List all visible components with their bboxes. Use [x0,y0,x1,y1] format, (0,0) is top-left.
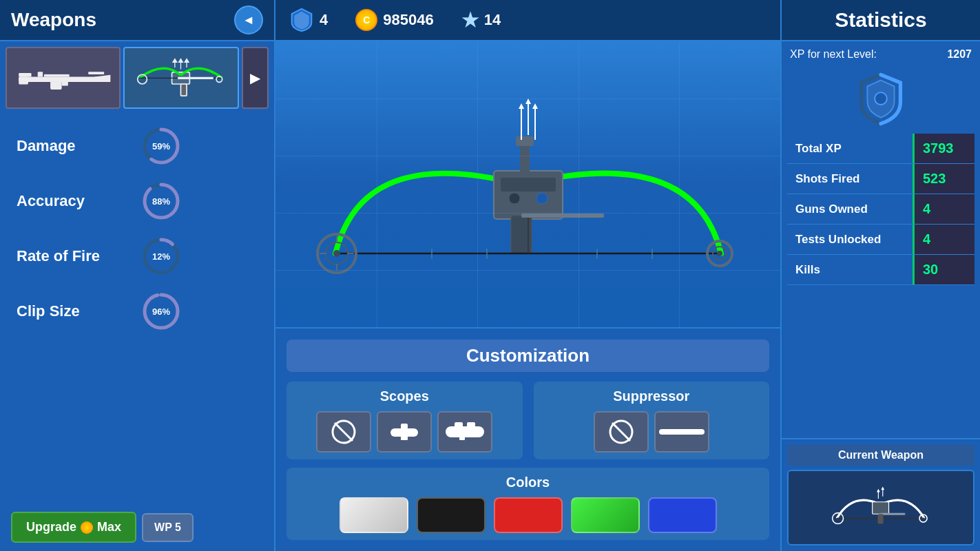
damage-stat-row: Damage 59% [17,125,258,167]
suppressor-section: Suppressor [534,382,770,459]
svg-point-40 [333,250,340,257]
svg-rect-12 [181,84,187,96]
grid-line [377,41,377,327]
xp-bar-area: XP for next Level: 1207 [782,41,980,65]
accuracy-circle: 88% [140,180,182,222]
svg-rect-65 [455,422,463,428]
tests-unlocked-label: Tests Unlocked [787,225,913,254]
svg-rect-7 [38,72,43,76]
damage-value: 59% [152,141,170,152]
scope-large[interactable] [437,411,492,453]
scope-none[interactable] [316,411,371,453]
statistics-header: Statistics [782,0,980,41]
wp-badge: WP 5 [142,513,194,542]
shots-fired-label: Shots Fired [787,164,913,194]
suppressor-none[interactable] [594,411,649,453]
statistics-table: Total XP 3793 Shots Fired 523 Guns Owned… [782,134,980,438]
kills-label: Kills [787,255,913,284]
scope-small[interactable] [377,411,432,453]
svg-rect-70 [659,429,705,435]
current-weapon-svg [797,475,963,540]
upgrade-button[interactable]: Upgrade Max [11,512,136,543]
weapon-thumb-ak47[interactable] [6,47,121,109]
svg-rect-67 [459,436,465,440]
svg-marker-79 [882,487,885,490]
color-red[interactable] [494,497,563,533]
color-black[interactable] [417,497,486,533]
svg-rect-35 [516,136,534,146]
svg-rect-34 [520,143,530,174]
svg-rect-4 [62,81,68,85]
scopes-section: Scopes [286,382,523,459]
svg-marker-77 [877,489,880,492]
shield-area [782,65,980,134]
total-xp-label: Total XP [787,134,913,163]
grid-line [275,98,780,99]
svg-marker-49 [519,103,524,109]
svg-rect-2 [88,72,104,74]
more-weapons-button[interactable]: ▶ [242,47,269,109]
current-weapon-title: Current Weapon [787,445,974,466]
suppressor-items [541,411,763,453]
svg-point-47 [717,251,722,256]
weapon-thumb-crossbow[interactable] [123,47,238,109]
grid-line [477,41,478,327]
stat-row-total-xp: Total XP 3793 [787,134,974,164]
color-blue[interactable] [648,497,717,533]
svg-rect-62 [401,424,408,429]
left-panel: Weapons ◄ [0,0,275,551]
stars-value: 14 [484,11,501,29]
svg-rect-3 [50,81,62,90]
colors-section: Colors [286,468,769,540]
svg-marker-16 [185,59,189,61]
top-bar: 4 C 985046 ★ 14 [275,0,780,41]
svg-rect-54 [521,214,604,218]
customization-sections: Scopes [286,382,769,459]
color-swatches [293,497,762,533]
coin-icon-small [81,521,93,534]
svg-rect-8 [44,74,70,76]
color-white[interactable] [340,497,408,533]
rate-of-fire-circle: 12% [140,236,182,277]
clip-size-value: 96% [152,306,170,317]
tests-unlocked-value: 4 [913,225,974,254]
weapon-thumbs: ▶ [0,41,274,114]
weapon-display [275,41,780,327]
coin-icon: C [355,9,377,31]
scope-items [293,411,516,453]
weapon-stats-section: Damage 59% Accuracy 88% Rate of Fi [0,114,274,503]
coins-indicator: C 985046 [355,9,433,31]
grid-line [275,156,780,156]
svg-rect-6 [19,76,28,84]
svg-line-69 [612,423,630,441]
shots-fired-value: 523 [913,164,974,194]
accuracy-value: 88% [152,196,170,207]
stat-row-guns-owned: Guns Owned 4 [787,194,974,225]
svg-rect-66 [467,422,475,428]
grid-line [275,213,780,214]
color-green[interactable] [571,497,640,533]
customization-panel: Customization Scopes [275,327,780,551]
svg-point-31 [509,193,520,204]
center-panel: 4 C 985046 ★ 14 [275,0,780,551]
shield-icon-large [853,72,908,127]
stat-row-shots-fired: Shots Fired 523 [787,164,974,194]
xp-next-label: XP for next Level: [790,48,877,61]
svg-rect-64 [446,426,484,437]
svg-rect-74 [881,513,906,515]
level-value: 4 [320,11,328,29]
back-button[interactable]: ◄ [234,6,263,34]
svg-rect-30 [501,178,556,191]
svg-point-71 [875,92,887,105]
suppressor-standard[interactable] [654,411,709,453]
rate-of-fire-stat-row: Rate of Fire 12% [17,236,258,277]
svg-marker-18 [174,59,177,61]
svg-rect-75 [878,514,884,524]
weapons-header: Weapons ◄ [0,0,274,41]
svg-rect-63 [401,436,408,440]
max-label: Max [97,520,121,534]
damage-label: Damage [17,137,127,155]
xp-next-value: 1207 [947,48,972,61]
stat-row-tests-unlocked: Tests Unlocked 4 [787,225,974,255]
svg-marker-53 [532,103,538,109]
